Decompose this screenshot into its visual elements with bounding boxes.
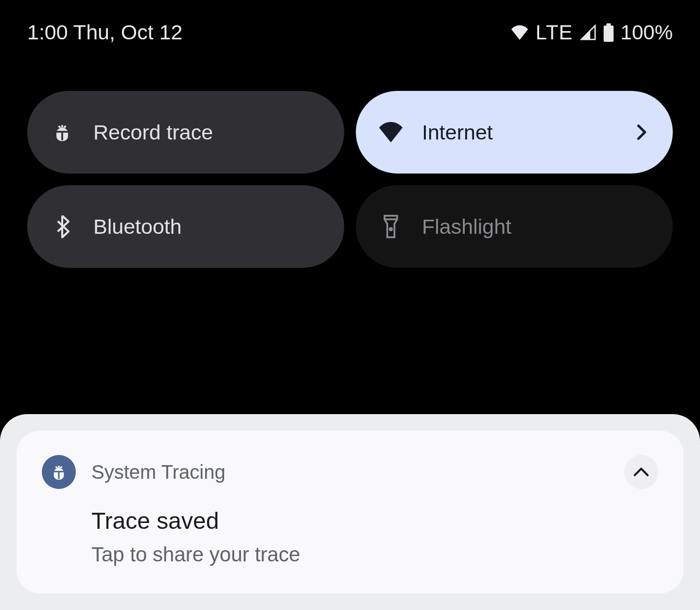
qs-tile-flashlight[interactable]: Flashlight bbox=[356, 185, 673, 268]
status-time-date: 1:00 Thu, Oct 12 bbox=[27, 20, 183, 44]
qs-tile-record-trace[interactable]: Record trace bbox=[27, 91, 344, 174]
qs-tile-label: Internet bbox=[422, 121, 493, 144]
quick-settings-grid: Record trace Internet Bluetooth Flashlig… bbox=[0, 44, 700, 268]
notification-app-name: System Tracing bbox=[91, 461, 226, 483]
bug-icon bbox=[50, 120, 75, 145]
signal-status-icon bbox=[580, 24, 596, 41]
svg-rect-7 bbox=[58, 472, 59, 479]
notification-body: Trace saved Tap to share your trace bbox=[42, 507, 658, 566]
svg-point-5 bbox=[390, 228, 392, 230]
qs-tile-bluetooth[interactable]: Bluetooth bbox=[27, 185, 344, 268]
notification-title: Trace saved bbox=[91, 507, 658, 534]
svg-rect-0 bbox=[603, 25, 613, 42]
status-indicators: LTE 100% bbox=[510, 21, 673, 44]
notification-app-icon bbox=[42, 455, 76, 489]
qs-tile-label: Flashlight bbox=[422, 215, 511, 239]
qs-tile-label: Bluetooth bbox=[93, 215, 182, 239]
qs-tile-label: Record trace bbox=[93, 121, 213, 144]
wifi-icon bbox=[378, 120, 403, 145]
notification-panel: System Tracing Trace saved Tap to share … bbox=[0, 414, 700, 610]
battery-status-icon bbox=[603, 23, 614, 42]
status-bar: 1:00 Thu, Oct 12 LTE 100% bbox=[0, 0, 700, 44]
bluetooth-icon bbox=[50, 214, 75, 239]
notification-collapse-button[interactable] bbox=[624, 455, 658, 489]
svg-rect-1 bbox=[606, 23, 611, 26]
wifi-status-icon bbox=[510, 25, 529, 40]
chevron-right-icon bbox=[633, 123, 650, 141]
battery-percentage: 100% bbox=[621, 21, 673, 44]
svg-rect-3 bbox=[61, 132, 63, 140]
notification-header: System Tracing bbox=[42, 455, 658, 489]
mobile-data-label: LTE bbox=[536, 21, 573, 44]
flashlight-icon bbox=[378, 214, 403, 239]
notification-card[interactable]: System Tracing Trace saved Tap to share … bbox=[17, 431, 683, 593]
qs-tile-internet[interactable]: Internet bbox=[356, 91, 673, 174]
notification-text: Tap to share your trace bbox=[91, 543, 658, 566]
svg-rect-4 bbox=[385, 216, 397, 219]
